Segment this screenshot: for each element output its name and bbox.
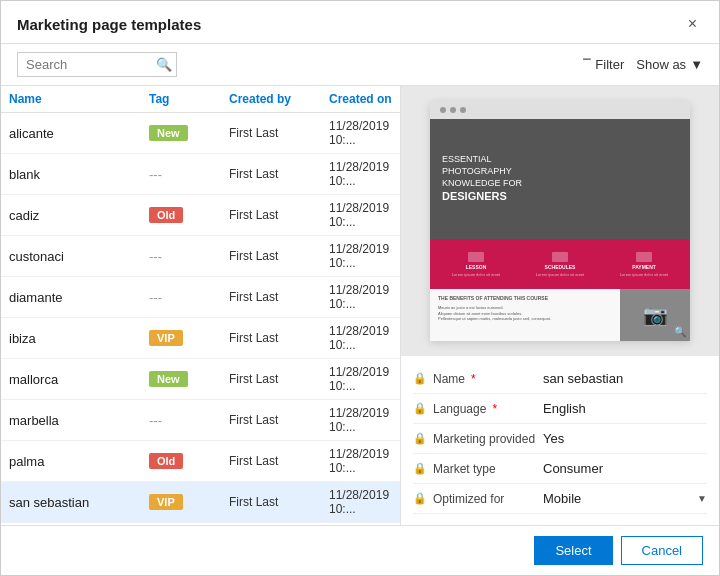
cell-name: custonaci [9, 249, 149, 264]
table-row[interactable]: alicante New First Last 11/28/2019 10:..… [1, 113, 400, 154]
preview-bottom: THE BENEFITS OF ATTENDING THIS COURSE Ma… [430, 289, 690, 341]
lock-icon: 🔒 [413, 492, 427, 505]
show-as-button[interactable]: Show as ▼ [636, 57, 703, 72]
cell-createdon: 11/28/2019 10:... [329, 201, 392, 229]
lesson-icon [468, 252, 484, 262]
content-area: Name Tag Created by Created on alicante … [1, 86, 719, 525]
cell-createdby: First Last [229, 126, 329, 140]
cell-tag: VIP [149, 330, 229, 346]
cell-tag: Old [149, 207, 229, 223]
detail-label-text: Market type [433, 462, 496, 476]
dialog-title: Marketing page templates [17, 16, 201, 33]
cell-createdby: First Last [229, 208, 329, 222]
detail-label-text: Optimized for [433, 492, 504, 506]
url-dot [440, 107, 446, 113]
lock-icon: 🔒 [413, 462, 427, 475]
detail-row-name: 🔒 Name * san sebastian [413, 364, 707, 394]
cell-createdby: First Last [229, 249, 329, 263]
url-dot2 [450, 107, 456, 113]
cell-createdby: First Last [229, 331, 329, 345]
select-button[interactable]: Select [534, 536, 612, 565]
table-row[interactable]: marbella --- First Last 11/28/2019 10:..… [1, 400, 400, 441]
col-header-createdby[interactable]: Created by [229, 92, 329, 106]
cell-name: marbella [9, 413, 149, 428]
details-form: 🔒 Name * san sebastian 🔒 Language * Engl… [401, 356, 719, 525]
tag-badge: Old [149, 207, 183, 223]
detail-value-name: san sebastian [543, 371, 707, 386]
table-row[interactable]: san sebastian VIP First Last 11/28/2019 … [1, 482, 400, 523]
search-icon: 🔍 [156, 57, 172, 72]
dialog-header: Marketing page templates × [1, 1, 719, 44]
detail-row-language: 🔒 Language * English [413, 394, 707, 424]
cell-createdby: First Last [229, 495, 329, 509]
table-row[interactable]: ibiza VIP First Last 11/28/2019 10:... [1, 318, 400, 359]
search-input[interactable] [26, 57, 156, 72]
table-row[interactable]: custonaci --- First Last 11/28/2019 10:.… [1, 236, 400, 277]
table-row[interactable]: blank --- First Last 11/28/2019 10:... [1, 154, 400, 195]
cell-createdon: 11/28/2019 10:... [329, 242, 392, 270]
cell-createdon: 11/28/2019 10:... [329, 283, 392, 311]
lesson-text: Lorem ipsum dolor sit amet [449, 272, 504, 277]
camera-icon: 📷 [643, 303, 668, 327]
table-header: Name Tag Created by Created on [1, 86, 400, 113]
tag-none: --- [149, 413, 162, 428]
tag-badge: New [149, 371, 188, 387]
cancel-button[interactable]: Cancel [621, 536, 703, 565]
col-header-tag[interactable]: Tag [149, 92, 229, 106]
tag-badge: VIP [149, 494, 183, 510]
table-row[interactable]: mallorca New First Last 11/28/2019 10:..… [1, 359, 400, 400]
detail-row-market_type: 🔒 Market type Consumer [413, 454, 707, 484]
cell-name: cadiz [9, 208, 149, 223]
preview-area: ESSENTIAL PHOTOGRAPHY KNOWLEDGE FOR DESI… [401, 86, 719, 356]
marketing-templates-dialog: Marketing page templates × 🔍 ⎺ Filter Sh… [0, 0, 720, 576]
cell-tag: --- [149, 413, 229, 428]
search-box[interactable]: 🔍 [17, 52, 177, 77]
close-button[interactable]: × [682, 13, 703, 35]
url-bar [436, 107, 470, 113]
detail-label-text: Marketing provided [433, 432, 535, 446]
cell-tag: Old [149, 453, 229, 469]
detail-label-name: 🔒 Name * [413, 372, 543, 386]
table-row[interactable]: cadiz Old First Last 11/28/2019 10:... [1, 195, 400, 236]
cell-createdon: 11/28/2019 10:... [329, 119, 392, 147]
hero-line2: PHOTOGRAPHY [442, 166, 512, 176]
tag-none: --- [149, 290, 162, 305]
page-preview: ESSENTIAL PHOTOGRAPHY KNOWLEDGE FOR DESI… [430, 101, 690, 341]
right-panel: ESSENTIAL PHOTOGRAPHY KNOWLEDGE FOR DESI… [401, 86, 719, 525]
cell-name: diamante [9, 290, 149, 305]
detail-label-text: Name [433, 372, 465, 386]
hero-bold: DESIGNERS [442, 189, 678, 203]
cell-tag: New [149, 371, 229, 387]
zoom-icon: 🔍 [674, 326, 686, 337]
cell-createdby: First Last [229, 167, 329, 181]
cell-createdon: 11/28/2019 10:... [329, 160, 392, 188]
table-row[interactable]: diamante --- First Last 11/28/2019 10:..… [1, 277, 400, 318]
preview-hero-text: ESSENTIAL PHOTOGRAPHY KNOWLEDGE FOR DESI… [442, 154, 678, 203]
cell-createdon: 11/28/2019 10:... [329, 324, 392, 352]
chevron-down-icon: ▼ [690, 57, 703, 72]
detail-value-text: san sebastian [543, 371, 623, 386]
payment-label: PAYMENT [632, 264, 656, 270]
left-panel: Name Tag Created by Created on alicante … [1, 86, 401, 525]
cell-tag: New [149, 125, 229, 141]
detail-value-optimized_for[interactable]: Mobile ▼ [543, 491, 707, 506]
preview-hero: ESSENTIAL PHOTOGRAPHY KNOWLEDGE FOR DESI… [430, 119, 690, 239]
cell-tag: --- [149, 290, 229, 305]
cell-createdon: 11/28/2019 10:... [329, 365, 392, 393]
cell-tag: VIP [149, 494, 229, 510]
detail-row-optimized_for: 🔒 Optimized for Mobile ▼ [413, 484, 707, 514]
table-body: alicante New First Last 11/28/2019 10:..… [1, 113, 400, 525]
col-header-createdon[interactable]: Created on [329, 92, 392, 106]
tag-none: --- [149, 249, 162, 264]
table-row[interactable]: palma Old First Last 11/28/2019 10:... [1, 441, 400, 482]
hero-line1: ESSENTIAL [442, 154, 492, 164]
cell-name: mallorca [9, 372, 149, 387]
preview-col-schedules: SCHEDULES Lorem ipsum dolor sit amet [533, 252, 588, 277]
detail-label-optimized_for: 🔒 Optimized for [413, 492, 543, 506]
bottom-text: Mauris ac justo a est luctus euismod. Al… [438, 305, 612, 322]
cell-tag: --- [149, 249, 229, 264]
col-header-name[interactable]: Name [9, 92, 149, 106]
toolbar: 🔍 ⎺ Filter Show as ▼ [1, 44, 719, 86]
detail-label-language: 🔒 Language * [413, 402, 543, 416]
filter-button[interactable]: ⎺ Filter [583, 57, 624, 72]
